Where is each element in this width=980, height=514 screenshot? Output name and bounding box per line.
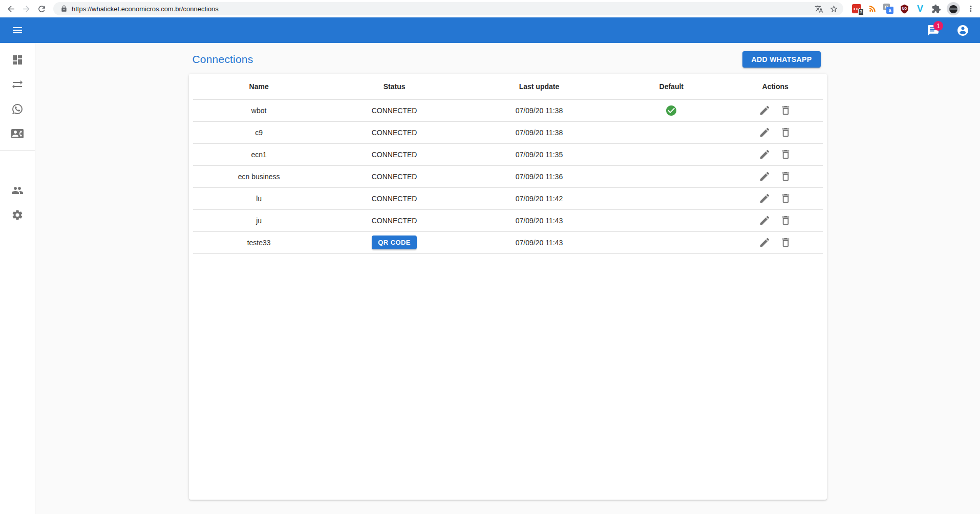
extensions-puzzle-icon[interactable] [931,4,941,14]
extensions-area: 3 G a UO V [851,2,976,15]
connection-row: ju CONNECTED 07/09/20 11:43 [193,209,823,231]
browser-forward-button[interactable] [19,2,33,15]
connection-last-update: 07/09/20 11:38 [463,121,614,143]
connections-swap-icon [11,78,24,91]
connection-default [615,121,728,143]
shield-icon: UO [900,4,909,14]
header-default: Default [615,74,728,99]
delete-connection-button[interactable] [776,102,795,118]
connection-default [615,143,728,165]
sidebar-item-dashboard[interactable] [0,48,35,72]
connection-actions [728,99,823,121]
edit-connection-button[interactable] [755,234,774,250]
delete-connection-button[interactable] [776,146,795,162]
delete-connection-button[interactable] [776,168,795,184]
url-text: https://whaticket.economicros.com.br/con… [72,5,808,13]
connection-row: wbot CONNECTED 07/09/20 11:38 [193,99,823,121]
edit-pencil-icon [759,237,771,248]
browser-menu-button[interactable] [966,4,976,14]
connection-row: c9 CONNECTED 07/09/20 11:38 [193,121,823,143]
browser-profile-avatar[interactable] [947,2,960,15]
sidebar-item-settings[interactable] [0,203,35,227]
connections-table: Name Status Last update Default Actions … [193,74,823,254]
connection-default [615,209,728,231]
rss-extension-icon[interactable] [867,4,878,14]
connection-actions [728,209,823,231]
ublock-shield-extension-icon[interactable]: UO [899,4,909,14]
connection-status: CONNECTED [325,165,464,187]
edit-pencil-icon [759,148,771,160]
edit-pencil-icon [759,104,771,116]
hamburger-menu-icon [11,24,24,36]
delete-connection-button[interactable] [776,212,795,228]
page-title: Connections [193,53,253,66]
connection-default [615,99,728,121]
vimeo-extension-icon[interactable]: V [915,4,925,14]
header-name: Name [193,74,325,99]
sidebar-item-contacts[interactable] [0,121,35,146]
notifications-chat-button[interactable]: 1 [923,20,943,40]
translate-extension-icon[interactable]: G a [883,4,893,14]
connection-status: CONNECTED [325,99,464,121]
edit-connection-button[interactable] [755,124,774,140]
delete-trash-icon [780,104,792,116]
svg-text:UO: UO [902,7,907,10]
connection-name: teste33 [193,231,325,253]
connection-actions [728,187,823,209]
extension-badge: 3 [858,9,864,15]
connection-default [615,187,728,209]
connection-actions [728,165,823,187]
sidebar [0,43,35,514]
connection-name: c9 [193,121,325,143]
connection-actions [728,143,823,165]
star-icon[interactable] [829,5,838,13]
dashboard-icon [11,54,24,66]
connection-actions [728,121,823,143]
sidebar-item-users[interactable] [0,178,35,203]
edit-connection-button[interactable] [755,146,774,162]
notification-badge: 1 [933,21,943,31]
default-check-icon [665,104,677,117]
puzzle-icon [931,4,941,14]
browser-refresh-button[interactable] [35,2,48,15]
address-bar[interactable]: https://whaticket.economicros.com.br/con… [53,2,843,15]
connection-last-update: 07/09/20 11:38 [463,99,614,121]
users-icon [11,184,24,197]
add-whatsapp-button[interactable]: ADD WHATSAPP [742,51,820,68]
qr-code-button[interactable]: QR CODE [372,235,416,249]
edit-connection-button[interactable] [755,190,774,206]
account-menu-button[interactable] [952,20,973,40]
connection-default [615,165,728,187]
connection-status: CONNECTED [325,143,464,165]
translate-icon[interactable] [815,5,823,13]
connections-card: Name Status Last update Default Actions … [189,74,827,500]
browser-back-button[interactable] [4,2,17,15]
connection-row: teste33 QR CODE 07/09/20 11:43 [193,231,823,253]
kebab-menu-icon [966,4,975,13]
forward-icon [22,4,31,14]
sidebar-toggle-button[interactable] [7,20,28,40]
edit-pencil-icon [759,192,771,204]
red-dots-extension-icon[interactable]: 3 [851,4,862,14]
connection-name: ecn1 [193,143,325,165]
table-header-row: Name Status Last update Default Actions [193,74,823,99]
delete-connection-button[interactable] [776,234,795,250]
delete-connection-button[interactable] [776,124,795,140]
delete-connection-button[interactable] [776,190,795,206]
connection-name: lu [193,187,325,209]
sidebar-item-connections[interactable] [0,72,35,97]
delete-trash-icon [780,192,792,204]
edit-connection-button[interactable] [755,168,774,184]
lock-icon [60,5,68,12]
connection-last-update: 07/09/20 11:43 [463,209,614,231]
header-last-update: Last update [463,74,614,99]
connection-default [615,231,728,253]
edit-connection-button[interactable] [755,212,774,228]
delete-trash-icon [780,237,792,248]
connection-status: QR CODE [325,231,464,253]
sidebar-item-tickets[interactable] [0,97,35,121]
edit-pencil-icon [759,126,771,138]
edit-connection-button[interactable] [755,102,774,118]
delete-trash-icon [780,170,792,182]
page-content: Connections ADD WHATSAPP Name Status Las… [35,43,980,514]
